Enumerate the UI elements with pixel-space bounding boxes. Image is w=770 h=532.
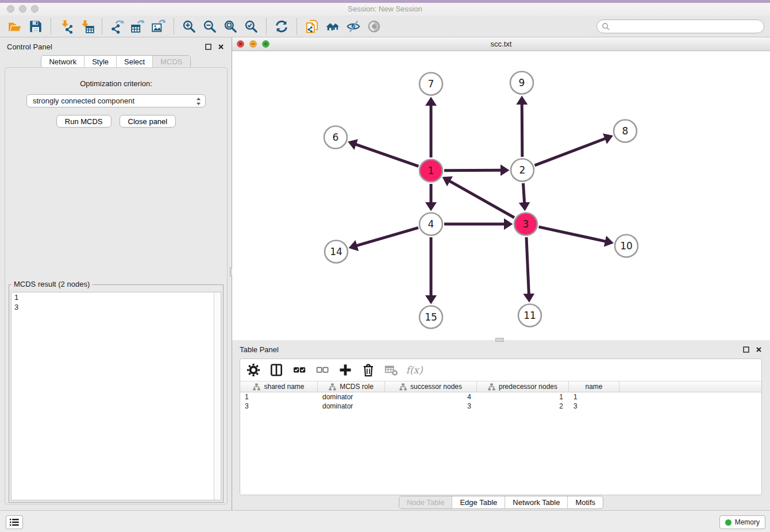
svg-text:4: 4 [428,218,434,230]
graph-node-9[interactable]: 9 [510,72,533,94]
homes-icon[interactable] [324,18,341,35]
refresh-icon[interactable] [273,18,290,35]
zoom-selected-icon[interactable] [242,18,260,35]
zoom-in-icon[interactable] [180,18,198,35]
export-image-icon[interactable] [150,18,167,35]
table-cell: 4 [385,392,477,402]
graph-edge-1-2[interactable] [444,170,502,171]
table-tabs: Node TableEdge TableNetwork TableMotifs [232,496,770,509]
svg-text:15: 15 [425,311,437,323]
task-history-button[interactable] [6,515,23,529]
run-mcds-button[interactable]: Run MCDS [56,115,111,128]
close-panel-icon[interactable] [217,43,225,51]
graph-edge-2-8[interactable] [535,138,606,165]
window-titlebar: Session: New Session [0,3,770,16]
graph-node-3[interactable]: 3 [514,213,537,236]
tab-node-table[interactable]: Node Table [399,496,452,508]
open-folder-icon[interactable] [6,18,24,35]
table-cell: 1 [569,392,619,402]
column-label: shared name [264,383,304,391]
search-input[interactable] [610,22,764,31]
memory-button[interactable]: Memory [719,515,765,529]
graph-edge-4-14[interactable] [356,228,418,246]
import-table-icon[interactable] [78,18,95,35]
graph-edge-1-6[interactable] [355,144,418,167]
import-network-icon[interactable] [57,18,75,35]
graph-node-8[interactable]: 8 [614,120,637,142]
delete-table-icon[interactable] [384,363,399,377]
deselect-all-icon[interactable] [315,363,330,377]
tab-edge-table[interactable]: Edge Table [452,496,505,508]
table-panel: Table Panel f(x) shared name [232,340,770,510]
graph-node-7[interactable]: 7 [419,73,442,95]
hide-eye-icon[interactable] [345,18,362,35]
network-graph[interactable]: 7968124314101511 [232,51,770,340]
close-panel-button[interactable]: Close panel [120,115,176,128]
select-all-icon[interactable] [292,363,307,377]
tab-network[interactable]: Network [41,56,84,68]
graph-node-15[interactable]: 15 [419,306,442,329]
table-panel-title: Table Panel [240,345,279,354]
toolbar-icon-groups [5,18,384,35]
graph-node-2[interactable]: 2 [511,159,534,182]
table-cell: dominator [318,402,385,411]
function-builder-icon[interactable]: f(x) [407,363,422,377]
graph-node-11[interactable]: 11 [518,304,541,327]
settings-gear-icon[interactable] [246,363,261,377]
graph-edge-3-10[interactable] [538,227,606,241]
svg-text:11: 11 [523,310,536,321]
table-divider-handle[interactable] [495,338,504,342]
network-window-titlebar[interactable]: scc.txt [232,37,770,51]
main-toolbar [0,16,770,37]
table-cell: 3 [240,402,318,411]
save-icon[interactable] [27,18,44,35]
column-header-name[interactable]: name [569,381,619,392]
result-scrollbar[interactable] [214,292,221,500]
export-network-icon[interactable] [109,18,126,35]
export-table-icon[interactable] [129,18,147,35]
graph-node-1[interactable]: 1 [419,160,442,182]
graph-node-14[interactable]: 14 [325,241,348,263]
eye-disabled-icon[interactable] [365,18,383,35]
delete-icon[interactable] [361,363,376,377]
tab-network-table[interactable]: Network Table [505,496,567,508]
search-box[interactable] [596,20,764,33]
split-panel-icon[interactable] [269,363,284,377]
column-header-mcds-role[interactable]: MCDS role [318,381,385,392]
float-table-panel-icon[interactable] [742,346,750,353]
mcds-result-list[interactable]: 13 [11,292,221,500]
tab-style[interactable]: Style [84,56,116,68]
graph-node-6[interactable]: 6 [324,126,347,149]
tab-mcds[interactable]: MCDS [152,56,190,68]
graph-edge-2-3[interactable] [523,183,524,203]
hierarchy-icon [488,383,495,391]
zoom-fit-icon[interactable] [222,18,239,35]
graph-edge-3-1[interactable] [449,181,514,218]
table-cell: 3 [569,402,619,411]
tab-motifs[interactable]: Motifs [567,496,603,508]
column-header-shared-name[interactable]: shared name [240,381,318,392]
result-node-id: 3 [11,302,221,312]
table-row[interactable]: 3dominator323 [240,402,761,411]
criterion-select[interactable]: strongly connected component [26,94,206,107]
graph-edge-2-9[interactable] [522,103,522,157]
zoom-out-icon[interactable] [201,18,218,35]
graph-node-4[interactable]: 4 [419,213,442,236]
table-row[interactable]: 1dominator411 [240,392,761,402]
graph-node-10[interactable]: 10 [615,235,638,257]
tab-select[interactable]: Select [116,56,152,68]
graph-edge-3-11[interactable] [526,237,529,295]
column-header-predecessor-nodes[interactable]: predecessor nodes [477,381,569,392]
hierarchy-icon [399,383,407,391]
toolbar-separator [102,18,102,34]
close-table-panel-icon[interactable] [755,346,763,353]
search-icon [602,22,610,30]
network-canvas[interactable]: 7968124314101511 [232,51,770,340]
float-panel-icon[interactable] [205,43,212,51]
hierarchy-icon [253,383,260,391]
copy-network-icon[interactable] [303,18,321,35]
column-label: name [585,383,602,391]
add-column-icon[interactable] [338,363,353,377]
column-header-successor-nodes[interactable]: successor nodes [385,381,477,392]
list-icon [9,518,20,527]
